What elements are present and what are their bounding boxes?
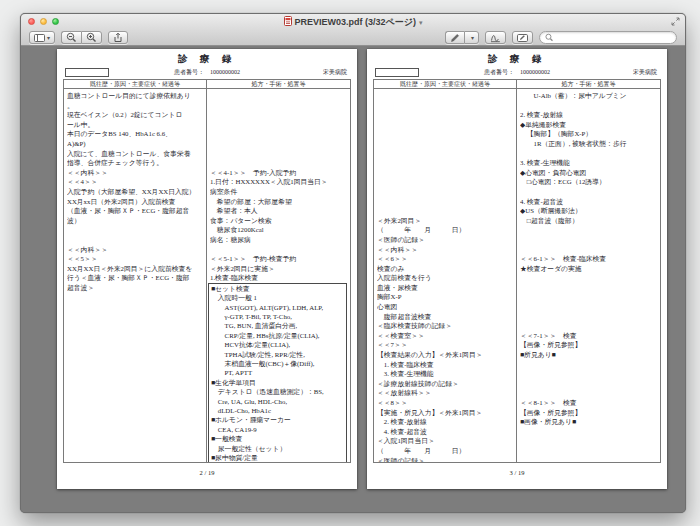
pen-icon bbox=[450, 33, 460, 43]
text-line bbox=[67, 235, 204, 245]
text-line: 食事：パターン検索 bbox=[210, 216, 348, 226]
text-line: ＜外来2回目＞ bbox=[377, 216, 514, 226]
text-line bbox=[520, 283, 658, 293]
form-header: 患者番号： 1000000002 宋美病院 bbox=[63, 68, 351, 78]
title-bar[interactable]: PREVIEW03.pdf (3/32ページ)▾ bbox=[21, 14, 685, 29]
chevron-down-icon: ▾ bbox=[471, 34, 474, 41]
text-line: 4. 検査-超音波 bbox=[377, 427, 514, 437]
share-button[interactable] bbox=[108, 31, 128, 44]
text-line: ＜臨床検査技師の記録＞ bbox=[377, 321, 514, 331]
text-line: XX月xx日（外来2回目）入院前検査 bbox=[67, 197, 204, 207]
pdf-file-icon bbox=[284, 16, 292, 26]
fullscreen-icon[interactable] bbox=[671, 17, 680, 26]
text-line bbox=[377, 187, 514, 197]
record-table-header: 既往歴・原因・主要症状・経過等 処方・手術・処置等 bbox=[64, 80, 350, 89]
text-line: 。 bbox=[67, 101, 204, 111]
preview-window: PREVIEW03.pdf (3/32ページ)▾ ▾ ▾ bbox=[20, 13, 686, 513]
annotate-dropdown-button[interactable]: ▾ bbox=[464, 31, 479, 44]
text-line bbox=[210, 139, 348, 149]
text-line: ＜＜7＞＞ bbox=[377, 340, 514, 350]
markup-toolbar-icon bbox=[517, 33, 528, 43]
search-field[interactable] bbox=[539, 31, 677, 44]
text-line bbox=[520, 245, 658, 255]
text-line bbox=[377, 101, 514, 111]
text-line: XX月XX日＜外来2回目＞に入院前検査を bbox=[67, 264, 204, 274]
text-line: 検査のみ bbox=[377, 264, 514, 274]
text-line: ール中。 bbox=[67, 120, 204, 130]
sidebar-view-button[interactable]: ▾ bbox=[29, 31, 55, 44]
text-line: ＜＜検査室＞＞ bbox=[377, 331, 514, 341]
text-line: ★検査オーダの実施 bbox=[520, 264, 658, 274]
text-line bbox=[377, 110, 514, 120]
text-line bbox=[520, 235, 658, 245]
zoom-in-button[interactable] bbox=[81, 31, 102, 44]
zoom-out-icon bbox=[66, 32, 77, 43]
text-line: TPHA試験/定性, RPR/定性, bbox=[211, 350, 346, 359]
window-title: PREVIEW03.pdf (3/32ページ) bbox=[295, 17, 416, 27]
text-line: 尿一般定性（セット） bbox=[211, 444, 346, 453]
page-number: 2 / 19 bbox=[57, 469, 357, 476]
text-line: （ 年 月 日） bbox=[377, 225, 514, 235]
text-line: AST(GOT), ALT(GPT), LDH, ALP, bbox=[211, 303, 346, 312]
text-line: ＜＜内科＞＞ bbox=[67, 245, 204, 255]
text-line: 超音波＞ bbox=[67, 283, 204, 293]
text-line: ■生化学単項目 bbox=[211, 378, 346, 387]
text-line: 3. 検査-生理機能 bbox=[520, 158, 658, 168]
share-icon bbox=[113, 32, 123, 43]
text-line: ◆心電図・負荷心電図 bbox=[520, 168, 658, 178]
text-line: 4. 検査-超音波 bbox=[520, 197, 658, 207]
toolbar: ▾ ▾ bbox=[21, 29, 685, 46]
zoom-in-icon bbox=[86, 32, 97, 43]
treatment-column-top: ＜＜4-1＞＞ 予約-入院予約1.日付：HXXXXXX＜入院1回目当日＞病室条件… bbox=[210, 91, 348, 283]
text-line: U-Alb（蓄）：尿中アルブミン bbox=[520, 91, 658, 101]
markup-toolbar-button[interactable] bbox=[512, 31, 533, 44]
text-line: 糖尿食1200Kcal bbox=[210, 225, 348, 235]
text-line bbox=[210, 129, 348, 139]
text-line: 血液・尿検査 bbox=[377, 283, 514, 293]
text-line: ＜＜5-1＞＞ 予約-検査予約 bbox=[210, 254, 348, 264]
text-line: ＜＜7-1＞＞ 検査 bbox=[520, 331, 658, 341]
header-empty-box bbox=[65, 68, 109, 77]
text-line: □超音波（腹部） bbox=[520, 216, 658, 226]
text-line bbox=[210, 158, 348, 168]
text-line: 希望の部屋：大部屋希望 bbox=[210, 197, 348, 207]
text-line: ■尿中物質/定量 bbox=[211, 453, 346, 462]
hospital-name: 宋美病院 bbox=[323, 68, 347, 77]
text-line bbox=[377, 91, 514, 101]
form-header: 患者番号： 1000000002 宋美病院 bbox=[373, 68, 661, 78]
text-line bbox=[520, 369, 658, 379]
search-input[interactable] bbox=[553, 33, 671, 42]
text-line: 末梢血液一般(CBC)＋像(Diff), bbox=[211, 359, 346, 368]
text-line bbox=[67, 225, 204, 235]
window-title-group[interactable]: PREVIEW03.pdf (3/32ページ)▾ bbox=[21, 16, 685, 29]
window-chrome: PREVIEW03.pdf (3/32ページ)▾ ▾ ▾ bbox=[21, 14, 685, 46]
text-line: ＜医師の記録＞ bbox=[377, 456, 514, 462]
text-line: ■一般検査 bbox=[211, 434, 346, 443]
text-line bbox=[520, 321, 658, 331]
test-set-box: ■セット検査 入院時一般 1 AST(GOT), ALT(GPT), LDH, … bbox=[208, 283, 347, 462]
document-area[interactable]: 診 療 録 患者番号： 1000000002 宋美病院 既往歴・原因・主要症状・… bbox=[21, 46, 685, 512]
zoom-segmented-control bbox=[61, 31, 102, 44]
patient-number: 患者番号： 1000000002 bbox=[484, 69, 550, 75]
text-line: 【画像・所見参照】 bbox=[520, 408, 658, 418]
text-line: ＜＜内科＞＞ bbox=[67, 168, 204, 178]
history-column: ＜外来2回目＞（ 年 月 日）＜医師の記録＞＜＜内科＞＞＜＜6＞＞検査のみ入院前… bbox=[374, 89, 517, 462]
text-line bbox=[520, 312, 658, 322]
annotate-button[interactable] bbox=[445, 31, 464, 44]
zoom-out-button[interactable] bbox=[61, 31, 81, 44]
sidebar-icon bbox=[34, 34, 45, 42]
text-line: CEA, CA19-9 bbox=[211, 425, 346, 434]
title-chevron-icon[interactable]: ▾ bbox=[419, 19, 423, 26]
patient-number: 患者番号： 1000000002 bbox=[174, 69, 240, 75]
form-title: 診 療 録 bbox=[367, 54, 667, 64]
history-column: 血糖コントロール目的にて診療依頼あり。現在ベイスン（0.2）2錠にてコントロール… bbox=[64, 89, 207, 462]
text-line: ＜＜6-1＞＞ 検査-臨床検査 bbox=[520, 254, 658, 264]
text-line: HCV抗体/定量(CLIA), bbox=[211, 340, 346, 349]
text-line: 3. 検査-生理機能 bbox=[377, 369, 514, 379]
text-line: ■所見あり■ bbox=[520, 350, 658, 360]
text-line: Cre, UA, Glu, HDL-Cho, bbox=[211, 397, 346, 406]
signature-button[interactable] bbox=[485, 31, 506, 44]
text-line bbox=[520, 388, 658, 398]
text-line: ＜＜8-1＞＞ 検査 bbox=[520, 398, 658, 408]
pdf-page-right: 診 療 録 患者番号： 1000000002 宋美病院 既往歴・原因・主要症状・… bbox=[367, 49, 667, 489]
